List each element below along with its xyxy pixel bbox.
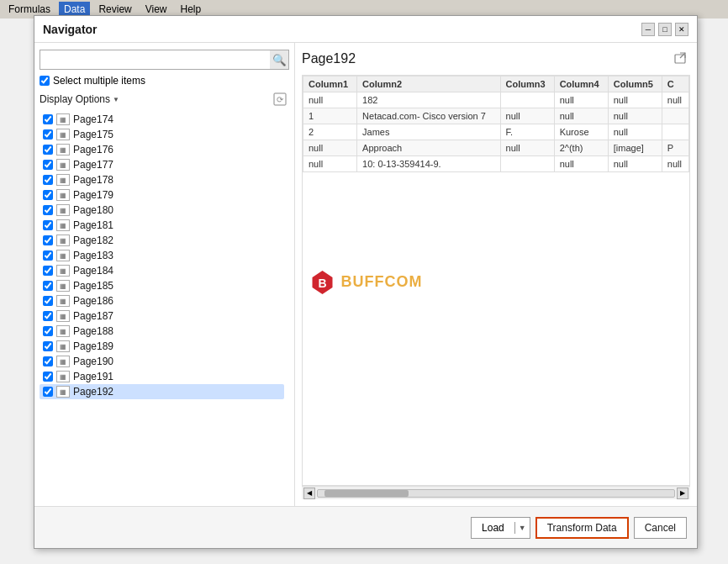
- close-button[interactable]: ✕: [675, 23, 688, 36]
- page-label: Page175: [73, 129, 113, 140]
- select-multiple-row: Select multiple items: [40, 75, 289, 87]
- maximize-button[interactable]: □: [658, 23, 672, 36]
- page-icon: ▦: [56, 204, 70, 216]
- page-checkbox[interactable]: [43, 175, 53, 185]
- page-list[interactable]: ▦Page174▦Page175▦Page176▦Page177▦Page178…: [40, 112, 289, 499]
- page-list-item[interactable]: ▦Page185: [40, 278, 284, 293]
- scroll-track[interactable]: [317, 489, 675, 498]
- page-list-item[interactable]: ▦Page180: [40, 203, 284, 218]
- page-label: Page180: [73, 204, 113, 216]
- load-button[interactable]: Load: [472, 522, 515, 534]
- page-icon: ▦: [56, 113, 70, 125]
- page-checkbox[interactable]: [43, 190, 53, 200]
- page-checkbox[interactable]: [43, 129, 53, 140]
- page-list-item[interactable]: ▦Page191: [40, 369, 284, 384]
- page-checkbox[interactable]: [43, 205, 53, 215]
- load-dropdown-arrow[interactable]: ▼: [515, 524, 530, 532]
- page-list-item[interactable]: ▦Page175: [40, 127, 284, 142]
- page-label: Page179: [73, 189, 113, 201]
- table-row: nullApproachnull2^(th)[image]P: [303, 140, 689, 156]
- scroll-right-button[interactable]: ▶: [677, 488, 688, 499]
- page-list-item[interactable]: ▦Page177: [40, 157, 284, 172]
- page-checkbox[interactable]: [43, 356, 53, 366]
- preview-open-button[interactable]: [672, 50, 690, 68]
- page-checkbox[interactable]: [43, 372, 53, 382]
- table-cell: 10: 0-13-359414-9.: [357, 156, 500, 172]
- page-label: Page174: [73, 113, 113, 125]
- table-cell: 2: [303, 124, 357, 140]
- horizontal-scrollbar[interactable]: ◀ ▶: [302, 486, 690, 499]
- table-cell: null: [608, 156, 662, 172]
- search-input[interactable]: [40, 52, 270, 67]
- display-options-row: Display Options ▼ ⟳: [40, 90, 289, 108]
- page-icon: ▦: [56, 144, 70, 155]
- page-label: Page189: [73, 340, 113, 352]
- page-list-item[interactable]: ▦Page178: [40, 172, 284, 187]
- page-list-item[interactable]: ▦Page187: [40, 308, 284, 324]
- page-checkbox[interactable]: [43, 326, 53, 336]
- page-checkbox[interactable]: [43, 341, 53, 351]
- dialog-footer: Load ▼ Transform Data Cancel: [34, 506, 697, 548]
- table-cell: null: [554, 156, 608, 172]
- page-list-item[interactable]: ▦Page189: [40, 339, 284, 354]
- table-cell: [662, 108, 688, 124]
- table-row: 2JamesF.Kurosenull: [303, 124, 689, 140]
- page-list-item[interactable]: ▦Page184: [40, 263, 284, 278]
- page-checkbox[interactable]: [43, 114, 53, 124]
- page-list-item[interactable]: ▦Page188: [40, 324, 284, 339]
- table-cell: Netacad.com- Cisco version 7: [357, 108, 500, 124]
- dialog-title: Navigator: [43, 23, 98, 36]
- page-list-item[interactable]: ▦Page192: [40, 384, 284, 399]
- page-checkbox[interactable]: [43, 220, 53, 230]
- table-cell: [image]: [608, 140, 662, 156]
- table-cell: null: [608, 108, 662, 124]
- table-row: 1Netacad.com- Cisco version 7nullnullnul…: [303, 108, 689, 124]
- navigator-dialog: Navigator ─ □ ✕ 🔍 Select multiple items: [34, 15, 698, 549]
- page-icon: ▦: [56, 340, 70, 352]
- display-options-button[interactable]: Display Options ▼: [40, 92, 119, 107]
- page-checkbox[interactable]: [43, 235, 53, 245]
- table-cell: Approach: [357, 140, 500, 156]
- page-list-item[interactable]: ▦Page190: [40, 354, 284, 369]
- page-list-item[interactable]: ▦Page179: [40, 187, 284, 203]
- page-list-item[interactable]: ▦Page186: [40, 293, 284, 308]
- load-button-container: Load ▼: [471, 517, 530, 539]
- scroll-thumb[interactable]: [324, 490, 409, 497]
- page-list-inner: ▦Page174▦Page175▦Page176▦Page177▦Page178…: [40, 112, 289, 399]
- page-list-item[interactable]: ▦Page183: [40, 248, 284, 263]
- select-multiple-checkbox[interactable]: [40, 76, 50, 86]
- table-cell: F.: [500, 124, 554, 140]
- refresh-button[interactable]: ⟳: [271, 90, 289, 108]
- page-checkbox[interactable]: [43, 281, 53, 291]
- page-label: Page178: [73, 174, 113, 186]
- svg-line-3: [680, 53, 685, 58]
- table-cell: 182: [357, 92, 500, 108]
- page-icon: ▦: [56, 159, 70, 171]
- page-label: Page182: [73, 235, 113, 246]
- cancel-button[interactable]: Cancel: [634, 517, 687, 539]
- select-multiple-label: Select multiple items: [53, 75, 145, 87]
- scroll-left-button[interactable]: ◀: [303, 488, 315, 499]
- page-checkbox[interactable]: [43, 266, 53, 276]
- page-list-item[interactable]: ▦Page176: [40, 142, 284, 157]
- page-checkbox[interactable]: [43, 160, 53, 170]
- page-list-item[interactable]: ▦Page174: [40, 112, 284, 127]
- search-button[interactable]: 🔍: [270, 50, 288, 69]
- table-column-header: Column2: [357, 76, 500, 92]
- page-checkbox[interactable]: [43, 387, 53, 397]
- table-cell: 2^(th): [554, 140, 608, 156]
- page-checkbox[interactable]: [43, 296, 53, 306]
- page-icon: ▦: [56, 250, 70, 261]
- minimize-button[interactable]: ─: [641, 23, 655, 36]
- page-list-item[interactable]: ▦Page181: [40, 218, 284, 233]
- transform-data-button[interactable]: Transform Data: [535, 517, 629, 539]
- page-checkbox[interactable]: [43, 145, 53, 155]
- page-checkbox[interactable]: [43, 311, 53, 321]
- table-cell: null: [662, 92, 688, 108]
- table-cell: null: [554, 108, 608, 124]
- table-cell: null: [500, 108, 554, 124]
- table-cell: [662, 124, 688, 140]
- page-list-item[interactable]: ▦Page182: [40, 233, 284, 248]
- page-checkbox[interactable]: [43, 250, 53, 261]
- left-panel: 🔍 Select multiple items Display Options …: [34, 43, 295, 506]
